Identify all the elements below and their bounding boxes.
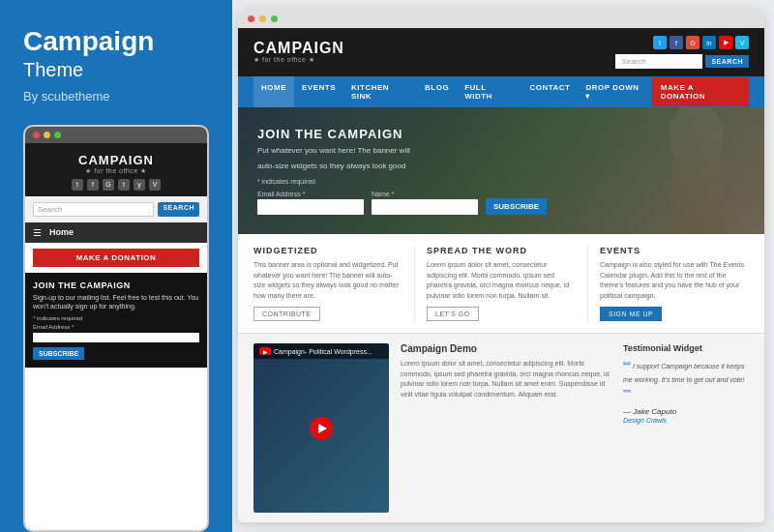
youtube-logo-icon: ▶ bbox=[259, 347, 271, 355]
contribute-button[interactable]: CONTRIBUTE bbox=[253, 307, 320, 321]
nav-contact[interactable]: CONTACT bbox=[521, 76, 578, 107]
lets-go-button[interactable]: LET'S GO bbox=[427, 307, 479, 321]
left-panel: Campaign Theme By scubetheme CAMPAIGN ★ … bbox=[0, 0, 232, 532]
twitter-icon-m[interactable]: t bbox=[72, 179, 83, 191]
testimonial-author: — Jake CaputoDesign Crawls bbox=[623, 407, 749, 425]
nav-home[interactable]: HOME bbox=[253, 76, 294, 107]
video-title-bar: ▶ Campaign- Political Wordpress... bbox=[253, 343, 389, 359]
video-title: Campaign- Political Wordpress... bbox=[274, 348, 372, 355]
desktop-email-input[interactable] bbox=[257, 199, 364, 215]
nav-full-width[interactable]: FULL WIDTH bbox=[457, 76, 521, 107]
hamburger-icon[interactable]: ☰ bbox=[33, 227, 42, 238]
feature-widgetized: WIDGETIZED This banner area is optional … bbox=[253, 246, 415, 321]
dot-red bbox=[33, 132, 40, 138]
mobile-top-bar bbox=[25, 127, 207, 143]
mobile-subscribe-button[interactable]: SUBSCRIBE bbox=[33, 347, 84, 360]
desktop-hero-form: Email Address * Name * SUBSCRIBE bbox=[257, 191, 745, 215]
desktop-hero: JOIN THE CAMPAIGN Put whatever you want … bbox=[238, 107, 764, 234]
nav-dropdown[interactable]: DROP DOWN ▾ bbox=[578, 76, 650, 107]
facebook-icon-m[interactable]: f bbox=[87, 179, 99, 191]
youtube-icon-d[interactable]: ▶ bbox=[719, 36, 732, 49]
nav-items: HOME EVENTS KITCHEN SINK BLOG FULL WIDTH… bbox=[253, 76, 651, 107]
desktop-header: CAMPAIGN ★ for the office ★ t f G in ▶ V… bbox=[238, 28, 764, 76]
play-triangle-icon bbox=[318, 424, 327, 433]
facebook-icon-d[interactable]: f bbox=[670, 36, 683, 49]
desktop-top-bar bbox=[238, 10, 764, 28]
play-button[interactable] bbox=[310, 417, 333, 440]
desktop-name-input[interactable] bbox=[372, 199, 478, 215]
mobile-nav-home[interactable]: Home bbox=[49, 227, 74, 237]
testimonial-quote: I support Campaign because it keeps me w… bbox=[623, 358, 749, 403]
dot-green bbox=[54, 132, 61, 138]
desktop-mockup: CAMPAIGN ★ for the office ★ t f G in ▶ V… bbox=[238, 10, 764, 522]
theme-title: Campaign Theme By scubetheme bbox=[23, 27, 209, 103]
desktop-dot-green bbox=[271, 15, 278, 22]
desktop-dot-yellow bbox=[259, 15, 266, 22]
gplus-icon-m[interactable]: G bbox=[103, 179, 114, 191]
feature-events: EVENTS Campaign is also styled for use w… bbox=[588, 246, 749, 321]
right-panel: CAMPAIGN ★ for the office ★ t f G in ▶ V… bbox=[232, 0, 774, 532]
name-form-group: Name * bbox=[372, 191, 478, 215]
desktop-search-button[interactable]: SEARCH bbox=[705, 55, 749, 68]
testimonial-link[interactable]: Design Crawls bbox=[623, 417, 667, 424]
mobile-search-button[interactable]: SEARCH bbox=[158, 202, 199, 217]
feature-row: WIDGETIZED This banner area is optional … bbox=[238, 234, 764, 334]
desktop-dot-red bbox=[248, 15, 254, 22]
mobile-email-input[interactable] bbox=[33, 333, 199, 342]
mobile-nav-bar[interactable]: ☰ Home bbox=[25, 222, 207, 243]
linkedin-icon-d[interactable]: in bbox=[702, 36, 716, 49]
sign-me-up-button[interactable]: SIGN ME UP bbox=[600, 307, 662, 321]
mobile-mockup: CAMPAIGN ★ for the office ★ t f G t y V … bbox=[23, 125, 209, 532]
desktop-subscribe-button[interactable]: SUBSCRIBE bbox=[486, 198, 547, 215]
nav-blog[interactable]: BLOG bbox=[417, 76, 457, 107]
vimeo-icon-d[interactable]: V bbox=[735, 36, 749, 49]
mobile-hero-content: JOIN THE CAMPAIGN Sign-up to our mailing… bbox=[33, 281, 199, 360]
desktop-content: WIDGETIZED This banner area is optional … bbox=[238, 234, 764, 522]
feature-spread: SPREAD THE WORD Lorem ipsum dolor sit am… bbox=[415, 246, 588, 321]
desktop-search-row: Search SEARCH bbox=[615, 54, 749, 69]
desktop-nav: HOME EVENTS KITCHEN SINK BLOG FULL WIDTH… bbox=[238, 76, 764, 107]
desktop-header-left: CAMPAIGN ★ for the office ★ bbox=[253, 41, 344, 64]
desktop-logo-block: CAMPAIGN ★ for the office ★ bbox=[253, 41, 344, 64]
mobile-header: CAMPAIGN ★ for the office ★ t f G t y V bbox=[25, 143, 207, 196]
dot-yellow bbox=[44, 132, 50, 138]
mobile-social-icons: t f G t y V bbox=[33, 179, 199, 191]
nav-events[interactable]: EVENTS bbox=[294, 76, 343, 107]
mobile-hero-fields: * indicates required Email Address * bbox=[33, 315, 199, 342]
testimonial-col: Testimonial Widget I support Campaign be… bbox=[623, 343, 749, 513]
desktop-search-input[interactable]: Search bbox=[615, 54, 702, 69]
mobile-search-bar: Search SEARCH bbox=[25, 196, 207, 222]
desktop-hero-content: JOIN THE CAMPAIGN Put whatever you want … bbox=[257, 127, 745, 215]
bottom-row: ▶ Campaign- Political Wordpress... Campa… bbox=[238, 334, 764, 522]
vimeo-icon-m[interactable]: V bbox=[149, 179, 161, 191]
desktop-social-row: t f G in ▶ V bbox=[653, 36, 749, 49]
desktop-header-right: t f G in ▶ V Search SEARCH bbox=[615, 36, 749, 69]
nav-kitchen-sink[interactable]: KITCHEN SINK bbox=[343, 76, 417, 107]
twitter-icon-d[interactable]: t bbox=[653, 36, 667, 49]
youtube-icon-m[interactable]: y bbox=[134, 179, 145, 191]
tumblr-icon-m[interactable]: t bbox=[118, 179, 130, 191]
gplus-icon-d[interactable]: G bbox=[686, 36, 700, 49]
desktop-donate-button[interactable]: MAKE A DONATION bbox=[651, 77, 749, 106]
mobile-hero: JOIN THE CAMPAIGN Sign-up to our mailing… bbox=[25, 273, 207, 368]
video-widget[interactable]: ▶ Campaign- Political Wordpress... bbox=[253, 343, 389, 513]
email-form-group: Email Address * bbox=[257, 191, 364, 215]
mobile-donate-button[interactable]: MAKE A DONATION bbox=[33, 249, 199, 267]
mobile-search-input[interactable]: Search bbox=[33, 202, 154, 217]
campaign-demo-col: Campaign Demo Lorem ipsum dolor sit amet… bbox=[401, 343, 611, 513]
